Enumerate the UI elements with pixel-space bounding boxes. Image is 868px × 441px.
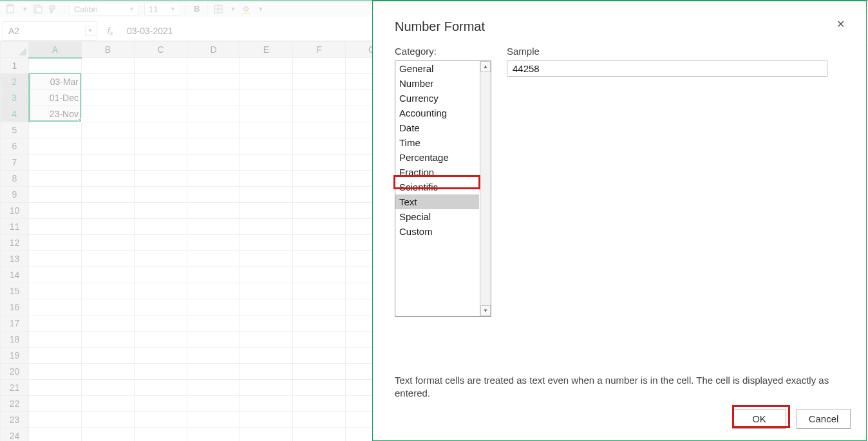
cell[interactable] (82, 58, 135, 74)
cell[interactable] (187, 187, 240, 203)
cell[interactable] (29, 396, 82, 412)
row-header[interactable]: 19 (1, 348, 29, 364)
cell[interactable] (293, 235, 346, 251)
cell[interactable] (135, 235, 187, 251)
cell[interactable] (293, 251, 346, 267)
cell[interactable] (82, 348, 135, 364)
cell[interactable] (293, 203, 346, 219)
cell[interactable] (293, 267, 346, 283)
cell[interactable] (135, 251, 187, 267)
cell[interactable] (187, 171, 240, 187)
scrollbar[interactable]: ▲ ▼ (480, 61, 491, 316)
cell[interactable] (293, 315, 346, 332)
cell[interactable] (82, 90, 135, 106)
cell[interactable] (29, 380, 82, 396)
cell[interactable] (240, 138, 293, 155)
cell[interactable] (135, 348, 187, 364)
column-header[interactable]: B (82, 42, 135, 58)
cell[interactable] (293, 396, 346, 412)
cell[interactable] (29, 235, 82, 251)
row-header[interactable]: 4 (1, 106, 29, 122)
row-header[interactable]: 16 (1, 299, 29, 315)
cell[interactable] (29, 412, 82, 428)
cell[interactable] (240, 106, 293, 122)
cell[interactable] (29, 267, 82, 283)
cell[interactable] (240, 74, 293, 90)
cell[interactable] (29, 58, 82, 74)
category-item[interactable]: Special (395, 209, 479, 224)
row-header[interactable]: 11 (1, 219, 29, 235)
cell[interactable] (135, 380, 187, 396)
cell[interactable]: 03-Mar (29, 74, 82, 90)
cell[interactable] (187, 348, 240, 364)
font-name-select[interactable]: Calibri▼ (70, 3, 139, 15)
cell[interactable] (293, 155, 346, 171)
row-header[interactable]: 1 (1, 58, 29, 74)
cell[interactable] (240, 171, 293, 187)
scroll-down-icon[interactable]: ▼ (480, 305, 491, 316)
cell[interactable] (240, 299, 293, 315)
cell[interactable] (29, 332, 82, 348)
cell[interactable] (293, 283, 346, 299)
cell[interactable] (187, 283, 240, 299)
cell[interactable] (135, 187, 187, 203)
row-header[interactable]: 15 (1, 283, 29, 299)
scroll-up-icon[interactable]: ▲ (480, 61, 491, 72)
column-header[interactable]: A (29, 42, 82, 58)
cell[interactable] (29, 203, 82, 219)
row-header[interactable]: 12 (1, 235, 29, 251)
category-listbox[interactable]: GeneralNumberCurrencyAccountingDateTimeP… (395, 61, 491, 317)
cell[interactable] (293, 187, 346, 203)
chevron-down-icon[interactable]: ▼ (85, 26, 95, 36)
cell[interactable] (293, 138, 346, 155)
column-header[interactable]: E (240, 42, 293, 58)
row-header[interactable]: 3 (1, 90, 29, 106)
cell[interactable] (82, 251, 135, 267)
cell[interactable] (82, 380, 135, 396)
cell[interactable] (82, 138, 135, 155)
cell[interactable] (135, 171, 187, 187)
cell[interactable] (29, 155, 82, 171)
cell[interactable] (240, 203, 293, 219)
cell[interactable] (293, 58, 346, 74)
cell[interactable] (29, 171, 82, 187)
bold-icon[interactable]: B (191, 4, 202, 14)
cell[interactable] (240, 396, 293, 412)
row-header[interactable]: 24 (1, 428, 29, 442)
cell[interactable] (187, 428, 240, 442)
cell[interactable] (187, 203, 240, 219)
cell[interactable] (82, 396, 135, 412)
cell[interactable] (29, 122, 82, 138)
row-header[interactable]: 13 (1, 251, 29, 267)
cell[interactable] (29, 348, 82, 364)
cell[interactable] (82, 122, 135, 138)
name-box[interactable]: A2 ▼ (3, 21, 97, 41)
row-header[interactable]: 22 (1, 396, 29, 412)
cell[interactable] (82, 203, 135, 219)
cell[interactable] (187, 74, 240, 90)
cell[interactable] (293, 74, 346, 90)
cell[interactable] (293, 90, 346, 106)
column-header[interactable]: C (135, 42, 187, 58)
cell[interactable] (82, 267, 135, 283)
cancel-button[interactable]: Cancel (797, 409, 851, 429)
cell[interactable] (82, 412, 135, 428)
cell[interactable] (135, 396, 187, 412)
cell[interactable] (29, 283, 82, 299)
cell[interactable] (29, 187, 82, 203)
cell[interactable] (293, 348, 346, 364)
select-all-corner[interactable] (1, 42, 29, 58)
close-icon[interactable]: ✕ (834, 18, 847, 31)
cell[interactable] (293, 122, 346, 138)
cell[interactable] (135, 364, 187, 380)
cell[interactable] (82, 187, 135, 203)
cell[interactable] (240, 155, 293, 171)
cell[interactable] (240, 219, 293, 235)
cell[interactable] (187, 155, 240, 171)
cell[interactable] (187, 122, 240, 138)
cell[interactable] (29, 364, 82, 380)
cell[interactable] (187, 332, 240, 348)
borders-icon[interactable] (213, 4, 223, 14)
cell[interactable] (187, 396, 240, 412)
cell[interactable] (82, 299, 135, 315)
